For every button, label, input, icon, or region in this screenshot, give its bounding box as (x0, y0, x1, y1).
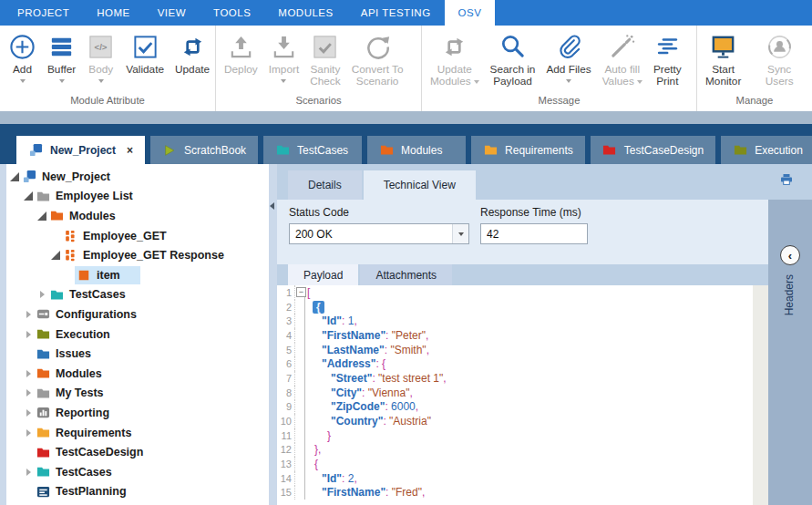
ribbon-button-pretty-print[interactable]: PrettyPrint (648, 30, 687, 92)
ribbon-button-search-in-payload[interactable]: Search inPayload (485, 30, 541, 92)
ribbon-button-body[interactable]: </>Body (81, 30, 120, 92)
expand-closed-icon[interactable] (23, 429, 34, 437)
document-tab-new-project[interactable]: New_Project× (16, 136, 145, 164)
splitter-collapse-icon[interactable] (270, 202, 274, 210)
tree-item-testcases[interactable]: TestCases (6, 285, 269, 305)
tree-item-my-tests[interactable]: My Tests (6, 384, 269, 404)
detail-tab-technical-view[interactable]: Technical View (364, 170, 476, 200)
menu-item-osv[interactable]: OSV (445, 0, 496, 26)
folder-red-icon (602, 143, 617, 158)
tree-item-modules[interactable]: Modules (6, 206, 269, 226)
expand-open-icon[interactable] (50, 251, 61, 260)
close-icon[interactable]: × (127, 146, 133, 155)
line-number: 13 (277, 457, 295, 471)
ribbon-button-label: Validate (126, 64, 164, 76)
ribbon-button-sync-users[interactable]: Sync Users (746, 30, 812, 92)
tree-item-testplanning[interactable]: TestPlanning (6, 482, 269, 502)
expand-closed-icon[interactable] (23, 370, 34, 377)
print-button[interactable] (779, 172, 794, 191)
ribbon-button-validate[interactable]: Validate (120, 30, 170, 92)
update-icon (179, 30, 207, 64)
ribbon-button-add[interactable]: Add (3, 30, 42, 92)
editor-scrollbar[interactable] (753, 285, 768, 505)
fold-collapse-icon[interactable]: − (295, 287, 307, 297)
tree-item-configurations[interactable]: Configurations (6, 304, 269, 325)
expand-closed-icon[interactable] (23, 469, 34, 476)
payload-editor[interactable]: 1−[2{3"Id": 1,4"FirstName": "Peter",5"La… (277, 285, 768, 505)
ribbon-button-label: Import (269, 64, 299, 76)
ribbon-button-start-monitor[interactable]: StartMonitor (700, 30, 746, 92)
ribbon-button-label: Add (13, 64, 32, 76)
expand-open-icon[interactable] (23, 191, 34, 201)
tree-item-employee-list[interactable]: Employee List (6, 187, 269, 207)
expand-closed-icon[interactable] (23, 331, 34, 338)
detail-tab-details[interactable]: Details (288, 170, 362, 200)
document-tab-execution[interactable]: Execution (721, 136, 812, 164)
document-tab-testcasedesign[interactable]: TestCaseDesign (591, 136, 715, 164)
ribbon-group-label: Manage (697, 92, 812, 111)
tree-item-issues[interactable]: Issues (6, 344, 269, 364)
auto-fill-icon (608, 30, 636, 64)
code-text: } (327, 429, 331, 442)
tree-item-item[interactable]: item (6, 265, 269, 285)
payload-tab-attachments[interactable]: Attachments (360, 264, 452, 285)
menu-item-view[interactable]: VIEW (144, 0, 200, 26)
code-text: "Id": 2, (322, 472, 357, 485)
dropdown-caret-icon[interactable] (20, 79, 26, 83)
menu-item-home[interactable]: HOME (83, 0, 144, 26)
tree-item-new-project[interactable]: New_Project (6, 167, 269, 187)
dropdown-caret-icon[interactable] (59, 79, 65, 83)
tree-item-label: TestCaseDesign (56, 446, 143, 459)
response-time-input[interactable] (480, 223, 588, 244)
document-tab-requirements[interactable]: Requirements (471, 136, 585, 164)
folder-amber-icon (36, 426, 50, 440)
ribbon-button-convert-to-scenario[interactable]: Convert ToScenario (346, 30, 409, 92)
ribbon-button-auto-fill-values[interactable]: Auto fillValues (597, 30, 648, 92)
document-tab-modules[interactable]: Modules (367, 136, 466, 164)
ribbon-button-update[interactable]: Update (170, 30, 215, 92)
expand-panel-button[interactable]: ‹ (780, 245, 800, 265)
expand-closed-icon[interactable] (23, 409, 34, 417)
ribbon-button-label: Sync Users (752, 64, 807, 88)
menu-item-project[interactable]: PROJECT (4, 0, 83, 26)
ribbon-button-deploy[interactable]: Deploy (219, 30, 263, 92)
menu-item-api-testing[interactable]: API TESTING (347, 0, 445, 26)
dropdown-caret-icon[interactable] (98, 79, 104, 83)
document-tab-scratchbook[interactable]: ScratchBook (150, 136, 258, 164)
folder-blue-icon (36, 346, 50, 361)
tree-item-reporting[interactable]: Reporting (6, 403, 269, 423)
menu-item-modules[interactable]: MODULES (264, 0, 346, 26)
ribbon-button-update-modules[interactable]: UpdateModules (425, 30, 485, 92)
tree-item-requirements[interactable]: Requirements (6, 423, 269, 443)
expand-closed-icon[interactable] (36, 291, 47, 298)
menu-item-tools[interactable]: TOOLS (200, 0, 264, 26)
side-tab-headers[interactable]: Headers (783, 274, 796, 315)
dropdown-caret-icon[interactable] (281, 79, 286, 83)
tree-item-label: Reporting (56, 407, 109, 419)
ribbon-button-sanity-check[interactable]: SanityCheck (304, 30, 345, 92)
code-text: }, (314, 443, 321, 456)
tree-item-testcasedesign[interactable]: TestCaseDesign (6, 442, 269, 462)
panel-splitter[interactable] (269, 164, 277, 505)
ribbon-button-import[interactable]: Import (263, 30, 304, 92)
code-text: "FirstName": "Fred", (322, 486, 425, 499)
tree-item-label: TestPlanning (56, 485, 127, 498)
tree-item-modules[interactable]: Modules (6, 364, 269, 384)
tree-item-employee-get-response[interactable]: Employee_GET Response (6, 245, 269, 265)
tree-item-execution[interactable]: Execution (6, 325, 269, 345)
expand-open-icon[interactable] (36, 211, 47, 221)
folder-red-icon (36, 445, 50, 459)
ribbon-button-buffer[interactable]: Buffer (42, 30, 81, 92)
expand-closed-icon[interactable] (23, 389, 34, 397)
status-code-select[interactable]: 200 OK (289, 223, 469, 244)
dropdown-caret-icon[interactable] (566, 79, 571, 83)
ribbon-button-add-files[interactable]: Add Files (540, 30, 596, 92)
tree-item-employee-get[interactable]: Employee_GET (6, 226, 269, 246)
tree-item-testcases[interactable]: TestCases (6, 462, 269, 482)
payload-tab-payload[interactable]: Payload (288, 264, 358, 285)
expand-open-icon[interactable] (9, 172, 20, 181)
expand-closed-icon[interactable] (23, 311, 34, 318)
config-icon (36, 307, 50, 322)
line-number: 6 (277, 356, 295, 371)
document-tab-testcases[interactable]: TestCases (263, 136, 362, 164)
